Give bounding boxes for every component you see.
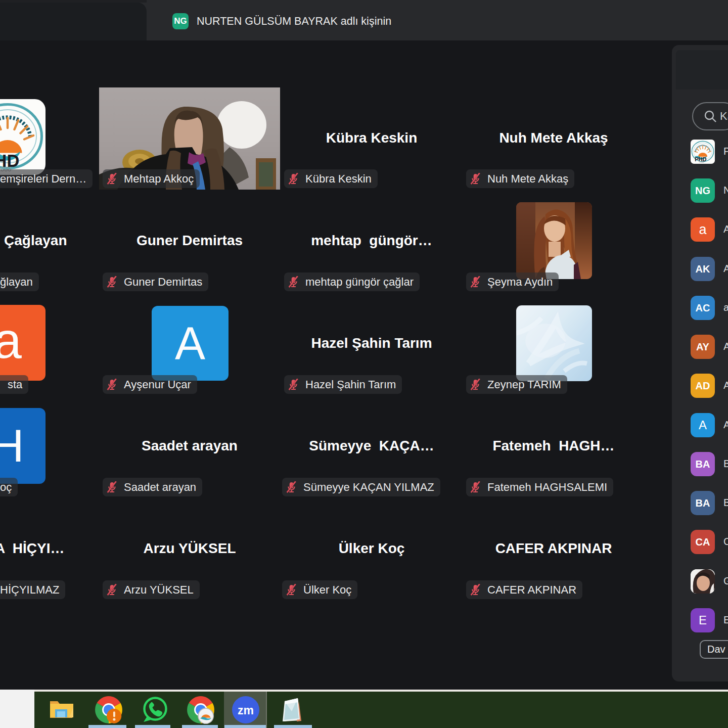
svg-text:zm: zm: [238, 704, 254, 717]
